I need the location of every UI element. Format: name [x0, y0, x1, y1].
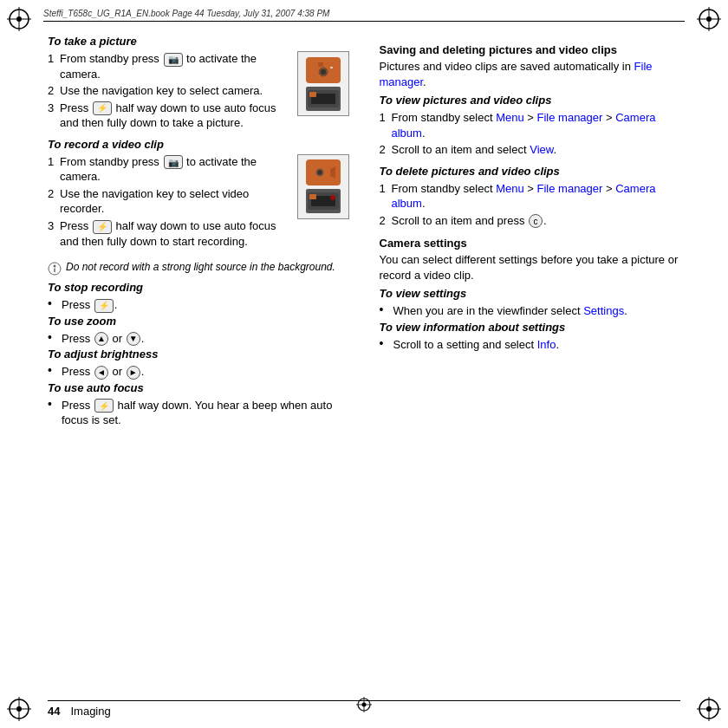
menu-link-2: Menu	[496, 182, 524, 195]
bullet-icon-4: •	[48, 397, 60, 411]
zoom-section: To use zoom • Press ▲ or ▼.	[48, 315, 349, 347]
bullet-icon-1: •	[48, 296, 60, 310]
saving-section: Saving and deleting pictures and video c…	[380, 43, 681, 89]
delete-pics-step-1: 1 From standby select Menu > File manage…	[380, 181, 681, 211]
note-text: Do not record with a strong light source…	[66, 261, 335, 275]
svg-point-27	[317, 171, 322, 175]
shutter-button-3: ⚡	[94, 299, 114, 313]
svg-point-11	[16, 706, 22, 712]
take-picture-step-1: 1 From standby press 📷 to activate the c…	[48, 51, 289, 81]
camera-settings-section: Camera settings You can select different…	[380, 237, 681, 283]
bullet-icon-3: •	[48, 363, 60, 377]
svg-point-3	[16, 16, 22, 22]
delete-pics-title: To delete pictures and video clips	[380, 165, 681, 178]
svg-point-15	[706, 706, 712, 712]
corner-mark-br	[697, 697, 721, 721]
svg-rect-30	[309, 194, 316, 199]
view-settings-text: When you are in the viewfinder select Se…	[393, 303, 627, 319]
video-camera-icon-top	[306, 159, 341, 185]
file-manager-link-1: File manager	[380, 60, 653, 88]
down-button: ▼	[127, 332, 140, 346]
camera-image-2	[297, 154, 349, 219]
view-settings-bullet: • When you are in the viewfinder select …	[380, 303, 681, 319]
svg-point-7	[706, 16, 712, 22]
record-video-section: To record a video clip	[48, 138, 349, 256]
zoom-title: To use zoom	[48, 315, 349, 328]
right-column: Saving and deleting pictures and video c…	[375, 35, 681, 685]
svg-marker-25	[330, 166, 335, 179]
svg-rect-20	[330, 67, 333, 68]
shutter-button-2: ⚡	[93, 220, 112, 234]
view-pics-title: To view pictures and video clips	[380, 94, 681, 107]
camera-button-2: 📷	[164, 155, 183, 169]
record-video-step-3: 3 Press ⚡ half way down to use auto focu…	[48, 218, 289, 249]
center-bottom-mark	[356, 697, 372, 715]
delete-pics-list: 1 From standby select Menu > File manage…	[380, 181, 681, 229]
record-video-title: To record a video clip	[48, 138, 349, 151]
view-info-text: Scroll to a setting and select Info.	[393, 337, 560, 353]
view-settings-section: To view settings • When you are in the v…	[380, 287, 681, 319]
record-video-step-1: 1 From standby press 📷 to activate the c…	[48, 154, 289, 185]
note-icon	[48, 262, 62, 276]
book-info: Steffi_T658c_UG_R1A_EN.book Page 44 Tues…	[43, 9, 329, 18]
record-video-step-2: 2 Use the navigation key to select video…	[48, 186, 289, 217]
brightness-section: To adjust brightness • Press ◄ or ►.	[48, 348, 349, 380]
camera-button-1: 📷	[164, 53, 183, 67]
settings-link: Settings	[583, 304, 624, 317]
corner-mark-tl	[7, 7, 31, 31]
take-picture-step-2: 2 Use the navigation key to select camer…	[48, 83, 289, 99]
view-pics-step-2: 2 Scroll to an item and select View.	[380, 142, 681, 158]
svg-point-18	[321, 69, 326, 75]
menu-link-1: Menu	[496, 111, 524, 124]
left-button: ◄	[94, 366, 108, 380]
zoom-bullet: • Press ▲ or ▼.	[48, 331, 349, 347]
page-number: 44	[48, 705, 60, 718]
view-info-title: To view information about settings	[380, 321, 681, 334]
note-item: Do not record with a strong light source…	[48, 261, 349, 276]
autofocus-bullet: • Press ⚡ half way down. You hear a beep…	[48, 398, 349, 428]
take-picture-step-3: 3 Press ⚡ half way down to use auto focu…	[48, 101, 289, 131]
c-button: c	[529, 214, 543, 228]
take-picture-steps-wrapper: 1 From standby press 📷 to activate the c…	[48, 51, 349, 138]
delete-pics-section: To delete pictures and video clips 1 Fro…	[380, 165, 681, 229]
svg-point-33	[54, 265, 56, 268]
stop-recording-bullet: • Press ⚡.	[48, 297, 349, 313]
view-info-bullet: • Scroll to a setting and select Info.	[380, 337, 681, 353]
brightness-title: To adjust brightness	[48, 348, 349, 361]
brightness-text: Press ◄ or ►.	[62, 364, 144, 380]
camera-top-icon	[306, 57, 341, 83]
autofocus-title: To use auto focus	[48, 381, 349, 394]
camera-settings-title: Camera settings	[380, 237, 681, 250]
zoom-text: Press ▲ or ▼.	[62, 331, 144, 347]
svg-point-31	[330, 195, 335, 200]
saving-title: Saving and deleting pictures and video c…	[380, 43, 681, 56]
delete-pics-step-2: 2 Scroll to an item and press c.	[380, 213, 681, 229]
bullet-icon-5: •	[380, 302, 392, 316]
brightness-bullet: • Press ◄ or ►.	[48, 364, 349, 380]
main-content: To take a picture	[48, 35, 680, 685]
view-pics-step-1: 1 From standby select Menu > File manage…	[380, 110, 681, 140]
record-video-steps-wrapper: 1 From standby press 📷 to activate the c…	[48, 154, 349, 256]
autofocus-section: To use auto focus • Press ⚡ half way dow…	[48, 381, 349, 428]
left-column: To take a picture	[48, 35, 358, 685]
corner-mark-tr	[697, 7, 721, 31]
up-button: ▲	[94, 332, 108, 346]
video-camera-icon-bottom	[306, 189, 341, 213]
view-settings-title: To view settings	[380, 287, 681, 300]
shutter-button-4: ⚡	[94, 399, 114, 413]
view-pics-list: 1 From standby select Menu > File manage…	[380, 110, 681, 158]
autofocus-text: Press ⚡ half way down. You hear a beep w…	[62, 398, 349, 428]
svg-rect-23	[309, 92, 316, 97]
file-manager-link-2: File manager	[537, 111, 603, 124]
stop-recording-title: To stop recording	[48, 281, 349, 294]
camera-settings-para: You can select different settings before…	[380, 252, 681, 283]
take-picture-title: To take a picture	[48, 35, 349, 48]
take-picture-section: To take a picture	[48, 35, 349, 138]
right-button: ►	[127, 366, 140, 380]
shutter-button-1: ⚡	[93, 101, 112, 115]
corner-mark-bl	[7, 697, 31, 721]
view-link: View	[530, 143, 553, 156]
view-info-section: To view information about settings • Scr…	[380, 321, 681, 353]
stop-recording-section: To stop recording • Press ⚡.	[48, 281, 349, 313]
file-manager-link-3: File manager	[537, 182, 603, 195]
